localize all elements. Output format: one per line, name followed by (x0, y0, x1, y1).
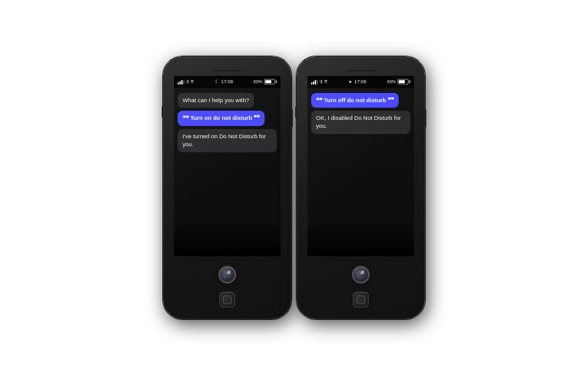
status-center-right: ➤ 17:06 (349, 79, 366, 84)
status-left: 3 ⇈ (178, 79, 194, 84)
battery-fill (265, 80, 271, 83)
siri-bubble-command-right: ❝❝ Turn off do not disturb ❞❞ (311, 93, 399, 108)
signal-bar-2 (179, 81, 181, 84)
status-bar-right: 3 ⇈ ➤ 17:06 69% (307, 76, 414, 88)
screen-bottom-right (307, 220, 414, 256)
battery-icon-right (398, 79, 410, 84)
siri-button-area-left: 🎤 (219, 266, 236, 283)
camera (225, 63, 229, 67)
signal-bar-r4 (317, 80, 318, 84)
siri-button-left[interactable]: 🎤 (219, 266, 236, 283)
home-button-inner-right (356, 295, 365, 304)
wifi-icon-right: ⇈ (324, 80, 328, 84)
side-button-volume (162, 106, 164, 118)
side-button-volume-right (295, 106, 297, 118)
siri-response-text-right: OK, I disabled Do Not Disturb for you. (316, 114, 401, 129)
siri-content-left: What can I help you with? ❝❝ Turn on do … (174, 88, 281, 220)
home-button-area-left (219, 292, 235, 308)
phones-container: 3 ⇈ ☾ 17:06 69% (163, 56, 425, 319)
location-arrow-icon: ➤ (349, 80, 352, 84)
moon-icon: ☾ (215, 79, 219, 84)
signal-bar-r3 (315, 80, 316, 84)
siri-bubble-response: I've turned on Do Not Disturb for you. (178, 129, 277, 152)
battery-body (264, 79, 275, 84)
phone-screen-left: 3 ⇈ ☾ 17:06 69% (174, 76, 281, 256)
home-button-inner (223, 295, 232, 304)
battery-percent-left: 69% (254, 80, 262, 84)
time-left: 17:06 (221, 79, 233, 84)
status-bar-left: 3 ⇈ ☾ 17:06 69% (174, 76, 281, 88)
signal-label-right: 3 (320, 79, 322, 84)
battery-icon (264, 79, 277, 84)
phone-left: 3 ⇈ ☾ 17:06 69% (163, 56, 292, 319)
siri-content-right: ❝❝ Turn off do not disturb ❞❞ OK, I disa… (307, 88, 414, 220)
time-right: 17:06 (354, 79, 366, 84)
side-button-power-right (424, 109, 426, 127)
phone-top (164, 57, 291, 72)
battery-tip (276, 80, 277, 83)
siri-bubble-response-right: OK, I disabled Do Not Disturb for you. (311, 111, 410, 134)
siri-response-text: I've turned on Do Not Disturb for you. (183, 133, 266, 147)
speaker (212, 69, 243, 72)
battery-percent-right: 69% (387, 80, 396, 84)
signal-bars (178, 80, 184, 84)
speaker-right (345, 69, 376, 72)
phone-top-right (297, 57, 424, 72)
home-button-right[interactable] (353, 292, 369, 308)
signal-bar-r2 (313, 81, 314, 84)
status-left-right: 3 ⇈ (311, 79, 328, 84)
siri-question-text: What can I help you with? (183, 97, 249, 103)
signal-bar-r1 (311, 83, 312, 84)
camera-right (359, 63, 363, 67)
siri-command-text: ❝❝ Turn on do not disturb ❞❞ (183, 114, 260, 121)
home-button-left[interactable] (219, 292, 235, 308)
status-right-left: 69% (254, 79, 277, 84)
phone-screen-right: 3 ⇈ ➤ 17:06 69% (307, 76, 414, 256)
screen-bottom-left (174, 220, 281, 256)
side-button-power (291, 109, 293, 127)
status-right-right: 69% (387, 79, 410, 84)
signal-bar-1 (178, 83, 179, 84)
wifi-icon: ⇈ (190, 80, 194, 84)
battery-body-right (398, 79, 409, 84)
siri-button-right[interactable]: 🎤 (352, 266, 369, 283)
status-center-left: ☾ 17:06 (215, 79, 233, 84)
signal-bar-4 (183, 80, 184, 84)
siri-bubble-command: ❝❝ Turn on do not disturb ❞❞ (178, 111, 265, 126)
siri-button-area-right: 🎤 (352, 266, 369, 283)
siri-command-text-right: ❝❝ Turn off do not disturb ❞❞ (316, 97, 394, 103)
siri-mic-icon-right: 🎤 (356, 270, 365, 278)
signal-bar-3 (181, 80, 183, 84)
siri-bubble-question: What can I help you with? (178, 93, 254, 108)
battery-tip-right (409, 80, 410, 83)
battery-fill-right (399, 80, 405, 83)
phone-right: 3 ⇈ ➤ 17:06 69% (296, 56, 425, 319)
signal-label: 3 (186, 79, 189, 84)
siri-mic-icon: 🎤 (223, 270, 232, 278)
signal-bars-right (311, 80, 318, 84)
home-button-area-right (353, 292, 369, 308)
